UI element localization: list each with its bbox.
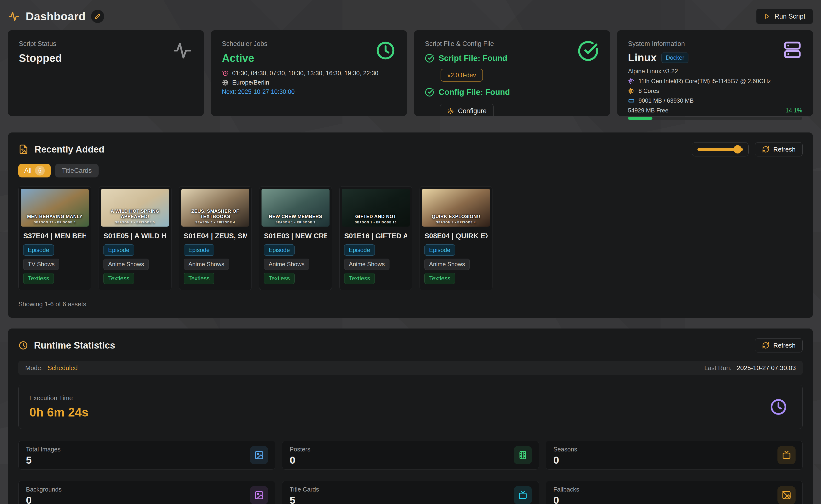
image-icon xyxy=(250,486,268,504)
files-card: Script File & Config File Script File: F… xyxy=(414,30,610,116)
cpu-chip-icon xyxy=(628,78,635,85)
refresh-icon xyxy=(762,146,769,153)
activity-icon xyxy=(172,40,193,61)
pencil-icon xyxy=(94,13,101,20)
run-script-label: Run Script xyxy=(775,13,805,20)
tag-textless: Textless xyxy=(184,273,214,284)
asset-card[interactable]: NEW CREW MEMBERS SEASON 1 • EPISODE 3 S0… xyxy=(259,186,332,290)
last-run-info: Last Run: 2025-10-27 07:30:03 xyxy=(704,364,796,372)
stat-label: Seasons xyxy=(553,446,795,453)
refresh-assets-button[interactable]: Refresh xyxy=(755,142,803,156)
asset-title: S37E04 | MEN BEHAVING... xyxy=(23,232,86,240)
slider-track[interactable] xyxy=(698,148,743,151)
thumbnail-caption: QUIRK EXPLOSION!! SEASON 8 • EPISODE 4 xyxy=(422,214,490,224)
configure-button[interactable]: Configure xyxy=(440,104,494,119)
filter-all-count-badge: 6 xyxy=(35,166,45,175)
tv-icon xyxy=(777,446,796,464)
asset-tags: EpisodeTV ShowsTextless xyxy=(23,244,86,284)
tag-episode: Episode xyxy=(424,244,455,256)
script-file-status: Script File: Found xyxy=(439,54,507,63)
clock-icon xyxy=(18,340,28,350)
asset-thumbnail: QUIRK EXPLOSION!! SEASON 8 • EPISODE 4 xyxy=(422,189,490,227)
card-label: Scheduler Jobs xyxy=(222,40,396,48)
thumbnail-title: GIFTED AND NOT xyxy=(342,214,410,219)
thumbnail-title: NEW CREW MEMBERS xyxy=(262,214,330,219)
status-cards-row: Script Status Stopped Scheduler Jobs Act… xyxy=(8,30,813,116)
assets-footer: Showing 1-6 of 6 assets xyxy=(18,300,803,308)
asset-title: S08E04 | QUIRK EXPLOSI... xyxy=(424,232,487,240)
asset-card[interactable]: GIFTED AND NOT SEASON 1 • EPISODE 16 S01… xyxy=(339,186,412,290)
thumbnail-title: A WILD HOT SPRING APPEARED! xyxy=(101,208,169,219)
page-header: Dashboard Run Script xyxy=(8,8,813,25)
scheduler-timezone: Europe/Berlin xyxy=(232,79,269,86)
slider-knob[interactable] xyxy=(733,145,742,153)
asset-tags: EpisodeAnime ShowsTextless xyxy=(344,244,407,284)
filter-titlecards-button[interactable]: TitleCards xyxy=(55,164,99,177)
stat-tile: Title Cards 5 xyxy=(282,481,539,504)
refresh-runtime-button[interactable]: Refresh xyxy=(755,338,803,352)
asset-card[interactable]: A WILD HOT SPRING APPEARED! SEASON 1 • E… xyxy=(99,186,171,290)
tag-episode: Episode xyxy=(103,244,134,256)
stat-value: 0 xyxy=(553,494,795,504)
stat-tile: Fallbacks 0 xyxy=(546,481,803,504)
asset-tags: EpisodeAnime ShowsTextless xyxy=(103,244,166,284)
page-title: Dashboard xyxy=(26,10,86,23)
asset-card[interactable]: MEN BEHAVING MANLY SEASON 37 • EPISODE 4… xyxy=(18,186,91,290)
asset-card[interactable]: ZEUS, SMASHER OF TEXTBOOKS SEASON 1 • EP… xyxy=(179,186,252,290)
thumbnail-subtitle: SEASON 37 • EPISODE 4 xyxy=(21,221,89,224)
edit-title-button[interactable] xyxy=(91,10,104,23)
config-file-row: Config File: Found xyxy=(425,88,599,97)
memory-free-row: 54929 MB Free 14.1% xyxy=(628,107,802,114)
stat-tile: Total Images 5 xyxy=(18,441,275,470)
stat-value: 5 xyxy=(26,454,268,466)
hard-drive-icon xyxy=(628,98,635,104)
film-icon xyxy=(514,446,532,464)
asset-thumbnail: GIFTED AND NOT SEASON 1 • EPISODE 16 xyxy=(342,189,410,227)
system-memory-row: 9001 MB / 63930 MB xyxy=(628,97,802,104)
tag-textless: Textless xyxy=(103,273,134,284)
filter-titlecards-label: TitleCards xyxy=(62,167,92,175)
script-status-value: Stopped xyxy=(19,52,193,64)
image-off-icon xyxy=(777,486,796,504)
refresh-label: Refresh xyxy=(773,342,796,349)
alarm-clock-icon xyxy=(222,70,229,77)
stat-value: 0 xyxy=(553,454,795,466)
stat-value: 0 xyxy=(290,454,531,466)
stat-label: Total Images xyxy=(26,446,268,453)
tag-category: Anime Shows xyxy=(184,259,229,270)
thumbnail-subtitle: SEASON 1 • EPISODE 4 xyxy=(181,221,249,224)
filter-all-button[interactable]: All 6 xyxy=(18,164,51,177)
tag-category: Anime Shows xyxy=(424,259,470,270)
recently-added-header: Recently Added Refresh xyxy=(18,142,803,156)
run-script-button[interactable]: Run Script xyxy=(756,9,813,24)
stats-grid: Total Images 5 Posters 0 Seasons 0 Backg… xyxy=(18,441,803,504)
last-run-value: 2025-10-27 07:30:03 xyxy=(737,364,796,372)
tag-episode: Episode xyxy=(344,244,375,256)
check-circle-icon xyxy=(425,54,434,63)
tag-textless: Textless xyxy=(23,273,54,284)
tag-category: Anime Shows xyxy=(344,259,389,270)
tag-category: Anime Shows xyxy=(103,259,149,270)
image-icon xyxy=(250,446,268,464)
stat-label: Backgrounds xyxy=(26,486,268,493)
version-badge: v2.0.0-dev xyxy=(441,69,483,82)
scheduler-timezone-row: Europe/Berlin xyxy=(222,79,396,86)
stat-value: 5 xyxy=(290,494,531,504)
file-image-icon xyxy=(18,144,29,154)
thumbnail-caption: A WILD HOT SPRING APPEARED! SEASON 1 • E… xyxy=(101,208,169,224)
asset-title: S01E16 | GIFTED AND NOT xyxy=(344,232,407,240)
asset-title: S01E03 | NEW CREW ME... xyxy=(264,232,327,240)
thumbnail-caption: GIFTED AND NOT SEASON 1 • EPISODE 16 xyxy=(342,214,410,224)
thumbnail-size-slider[interactable] xyxy=(692,142,749,156)
runtime-statistics-panel: Runtime Statistics Refresh Mode: Schedul… xyxy=(8,329,813,504)
assets-row: MEN BEHAVING MANLY SEASON 37 • EPISODE 4… xyxy=(18,186,803,290)
asset-filters: All 6 TitleCards xyxy=(18,164,803,177)
system-distro: Alpine Linux v3.22 xyxy=(628,68,802,75)
asset-card[interactable]: QUIRK EXPLOSION!! SEASON 8 • EPISODE 4 S… xyxy=(420,186,492,290)
check-circle-icon xyxy=(577,40,599,62)
gear-icon xyxy=(447,108,454,115)
thumbnail-caption: ZEUS, SMASHER OF TEXTBOOKS SEASON 1 • EP… xyxy=(181,208,249,224)
card-label: Script File & Config File xyxy=(425,40,599,48)
asset-tags: EpisodeAnime ShowsTextless xyxy=(184,244,247,284)
mode-label: Mode: xyxy=(25,364,43,372)
